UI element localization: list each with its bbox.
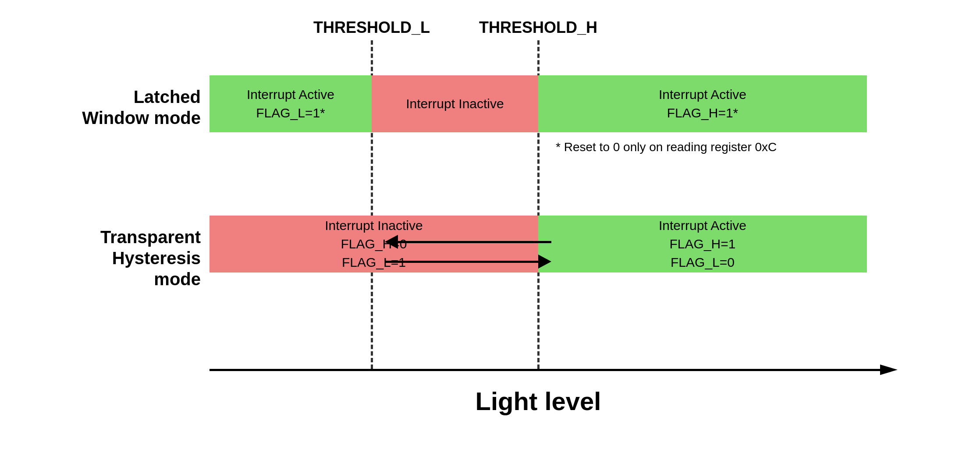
latched-middle-red: Interrupt Inactive bbox=[372, 75, 538, 132]
threshold-l-label: THRESHOLD_L bbox=[313, 18, 430, 37]
lower-arrow-line bbox=[385, 261, 538, 263]
threshold-h-label: THRESHOLD_H bbox=[479, 18, 597, 37]
axis-arrowhead bbox=[880, 365, 898, 375]
axis-label: Light level bbox=[209, 386, 867, 416]
diagram-inner: THRESHOLD_L THRESHOLD_H Latched Window m… bbox=[74, 18, 906, 435]
diagram-container: THRESHOLD_L THRESHOLD_H Latched Window m… bbox=[0, 0, 980, 453]
latched-bar: Interrupt Active FLAG_L=1* Interrupt Ina… bbox=[209, 75, 867, 132]
lower-arrow bbox=[385, 253, 551, 270]
upper-arrow-head bbox=[385, 235, 398, 249]
latched-mode-label: Latched Window mode bbox=[78, 86, 201, 128]
upper-arrow bbox=[385, 233, 551, 251]
transparent-mode-label: Transparent Hysteresis mode bbox=[78, 226, 201, 290]
lower-arrow-head bbox=[538, 255, 551, 269]
latched-left-green: Interrupt Active FLAG_L=1* bbox=[209, 75, 372, 132]
transparent-right-green: Interrupt Active FLAG_H=1 FLAG_L=0 bbox=[538, 216, 867, 273]
upper-arrow-line bbox=[398, 241, 551, 243]
latched-right-green: Interrupt Active FLAG_H=1* bbox=[538, 75, 867, 132]
axis-line bbox=[209, 369, 880, 371]
footnote: * Reset to 0 only on reading register 0x… bbox=[556, 140, 777, 154]
